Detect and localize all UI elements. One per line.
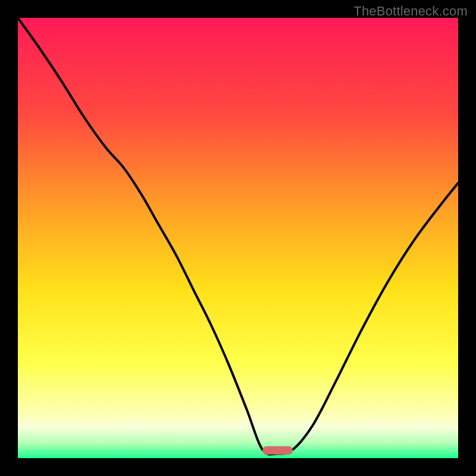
chart-frame: TheBottleneck.com xyxy=(0,0,476,476)
plot-area xyxy=(18,18,458,458)
watermark-text: TheBottleneck.com xyxy=(353,4,468,19)
gradient-background xyxy=(18,18,458,458)
plot-svg xyxy=(18,18,458,458)
optimal-marker xyxy=(262,446,293,455)
